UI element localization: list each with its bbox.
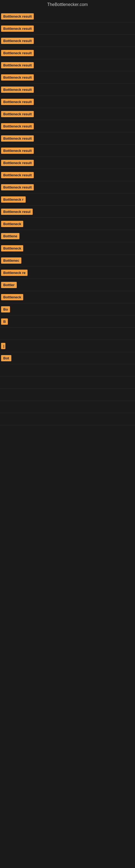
list-item[interactable]: Bottleneck result [0, 157, 135, 169]
bottleneck-result-label: Bottleneck result [1, 26, 34, 32]
bottleneck-result-label: | [1, 343, 5, 349]
list-item[interactable]: Bottleneck result [0, 10, 135, 23]
list-item[interactable]: Bottlenec [0, 254, 135, 267]
list-item[interactable]: Bot [0, 352, 135, 364]
list-item[interactable] [0, 389, 135, 401]
bottleneck-result-label: Bot [1, 355, 11, 361]
list-item[interactable] [0, 328, 135, 340]
list-item[interactable]: Bottleneck result [0, 169, 135, 181]
list-item[interactable]: | [0, 340, 135, 352]
list-item[interactable]: Bottleneck r [0, 193, 135, 206]
bottleneck-result-label: Bottleneck result [1, 123, 34, 129]
list-item[interactable] [0, 413, 135, 425]
list-item[interactable]: Bottleneck [0, 218, 135, 230]
bottleneck-result-label: Bottleneck result [1, 160, 34, 166]
bottleneck-result-label: Bottleneck result [1, 148, 34, 154]
list-item[interactable]: Bottleneck result [0, 132, 135, 145]
list-item[interactable] [0, 364, 135, 376]
bottleneck-result-label: Bottleneck result [1, 38, 34, 44]
bottleneck-result-label: Bottleneck result [1, 172, 34, 178]
list-item[interactable]: Bottleneck [0, 242, 135, 254]
bottleneck-result-label: Bottlenec [1, 257, 21, 264]
list-item[interactable]: Bottleneck resul [0, 206, 135, 218]
bottleneck-result-label: Bottleneck result [1, 99, 34, 105]
bottleneck-result-label: Bottleneck [1, 221, 23, 227]
list-item[interactable]: Bottleneck result [0, 59, 135, 71]
list-item[interactable]: Bottleneck [0, 291, 135, 303]
list-item[interactable]: Bottleneck result [0, 108, 135, 120]
list-item[interactable]: Bottleneck result [0, 23, 135, 35]
list-item[interactable]: Bottleneck result [0, 84, 135, 96]
site-title: TheBottlenecker.com [0, 0, 135, 10]
list-item[interactable]: Bottleneck result [0, 71, 135, 84]
bottleneck-result-label: Bottleneck result [1, 13, 34, 20]
bottleneck-result-label: Bottleneck result [1, 87, 34, 93]
bottleneck-result-label: Bottlene [1, 233, 19, 239]
list-item[interactable]: Bo [0, 303, 135, 315]
bottleneck-result-label: Bottler [1, 282, 17, 288]
bottleneck-result-label: Bottleneck result [1, 184, 34, 190]
bottleneck-result-label: Bottleneck result [1, 135, 34, 142]
bottleneck-result-label: Bottleneck r [1, 196, 26, 203]
list-item[interactable]: Bottleneck result [0, 47, 135, 59]
list-item[interactable]: Bottleneck result [0, 181, 135, 193]
results-list: Bottleneck resultBottleneck resultBottle… [0, 10, 135, 425]
list-item[interactable]: Bottleneck result [0, 96, 135, 108]
list-item[interactable] [0, 401, 135, 413]
list-item[interactable]: Bottlene [0, 230, 135, 242]
bottleneck-result-label: B [1, 318, 8, 325]
list-item[interactable]: Bottleneck result [0, 35, 135, 47]
bottleneck-result-label: Bottleneck re [1, 270, 28, 276]
bottleneck-result-label: Bottleneck resul [1, 209, 33, 215]
bottleneck-result-label: Bottleneck result [1, 111, 34, 117]
list-item[interactable]: Bottler [0, 279, 135, 291]
bottleneck-result-label: Bottleneck [1, 245, 23, 251]
site-header: TheBottlenecker.com [0, 0, 135, 10]
bottleneck-result-label: Bottleneck [1, 294, 23, 300]
list-item[interactable]: Bottleneck result [0, 145, 135, 157]
list-item[interactable]: B [0, 315, 135, 328]
bottleneck-result-label: Bo [1, 306, 10, 312]
list-item[interactable]: Bottleneck re [0, 267, 135, 279]
list-item[interactable]: Bottleneck result [0, 120, 135, 132]
bottleneck-result-label: Bottleneck result [1, 50, 34, 56]
list-item[interactable] [0, 376, 135, 389]
bottleneck-result-label: Bottleneck result [1, 62, 34, 68]
bottleneck-result-label: Bottleneck result [1, 74, 34, 81]
